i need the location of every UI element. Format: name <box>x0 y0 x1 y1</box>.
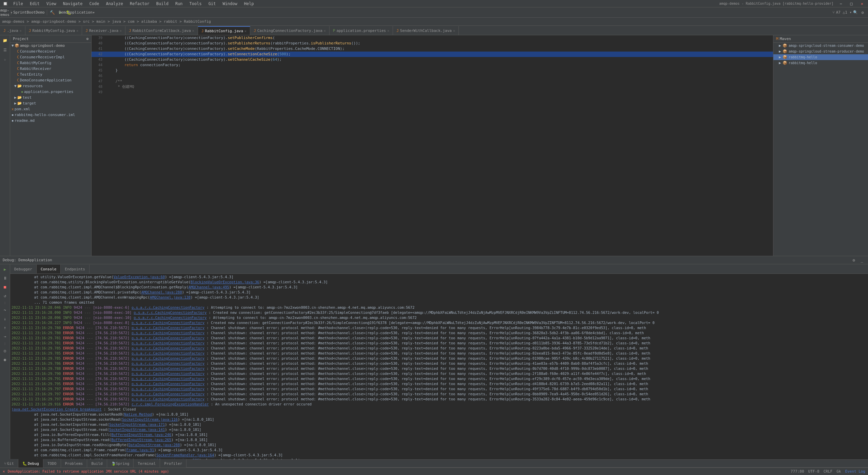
log-e8-class[interactable]: o.s.a.r.c.CachingConnectionFactory <box>132 361 204 366</box>
menu-window[interactable]: Window <box>221 1 238 7</box>
tree-item-consumer[interactable]: C ConsumerReceiver <box>10 49 91 54</box>
menu-file[interactable]: File <box>12 1 24 7</box>
menu-navigate[interactable]: Navigate <box>62 1 84 7</box>
tree-item-pom[interactable]: x pom.xml <box>10 106 91 112</box>
log-e4-class[interactable]: o.s.a.r.c.CachingConnectionFactory <box>132 341 204 346</box>
bottom-tab-git[interactable]: ⑂ Git <box>0 459 18 468</box>
tab-recv-close[interactable]: ✕ <box>120 29 122 33</box>
log-e1-class[interactable]: o.s.a.r.c.CachingConnectionFactory <box>132 325 204 330</box>
menu-refactor[interactable]: Refactor <box>129 1 151 7</box>
toolbar-project-dropdown[interactable]: amqp-demos ▾ <box>2 9 9 16</box>
debug-settings-icon[interactable]: ⚙ <box>850 257 857 264</box>
window-minimize[interactable]: − <box>837 1 844 6</box>
search-icon[interactable]: 🔍 <box>853 10 858 15</box>
tree-item-demo-consumer[interactable]: C DemoConsumerApplication <box>10 77 91 83</box>
tree-item-app-props[interactable]: ▪ application.properties <box>10 89 91 95</box>
window-close[interactable]: ✕ <box>859 1 865 6</box>
maven-item-hello-1[interactable]: ▶ 📦 rabbitmq-hello <box>773 54 868 60</box>
log-e14-class[interactable]: o.s.a.r.c.CachingConnectionFactory <box>132 392 204 397</box>
tab-cache-close[interactable]: ✕ <box>324 29 326 33</box>
tab-rcon-close[interactable]: ✕ <box>244 29 246 33</box>
stack-link-1[interactable]: ValueOrException.java:60 <box>113 274 165 280</box>
stop-icon[interactable]: ■ <box>1 283 9 291</box>
maven-item-consumer[interactable]: ▶ 📦 amqp-springcloud-stream-consumer-dem… <box>773 43 868 49</box>
menu-tools[interactable]: Tools <box>188 1 203 7</box>
code-content[interactable]: 39 ((CachingConnectionFactory)connection… <box>92 35 773 256</box>
tab-props-close[interactable]: ✕ <box>387 29 389 33</box>
log-e5-class[interactable]: o.s.a.r.c.CachingConnectionFactory <box>132 346 204 351</box>
tab-rabbit-my-config[interactable]: J RabbitMyConfig.java ✕ <box>25 26 82 35</box>
sock-link-4[interactable]: SocketInputStream.java:141 <box>109 427 165 432</box>
sock-link-6[interactable]: BufferedInputStream.java:265 <box>111 437 171 442</box>
stack-link-5[interactable]: AMQChannel.java:138 <box>150 295 191 300</box>
tab-rmc-close[interactable]: ✕ <box>76 29 78 33</box>
log-e11-class[interactable]: o.s.a.r.c.CachingConnectionFactory <box>132 376 204 381</box>
structure-icon[interactable]: ☰ <box>1 46 9 54</box>
resume-icon[interactable]: ▶ <box>1 266 9 273</box>
log-e2-class[interactable]: o.s.a.r.c.CachingConnectionFactory <box>132 330 204 336</box>
log-1-class[interactable]: o.s.a.r.c.CachingConnectionFactory <box>132 305 204 310</box>
log-4-class[interactable]: o.s.a.r.c.CachingConnectionFactory <box>132 320 204 325</box>
project-icon[interactable]: 📁 <box>1 37 9 44</box>
window-maximize[interactable]: □ <box>848 1 855 6</box>
menu-analyze[interactable]: Analyze <box>104 1 124 7</box>
menu-build[interactable]: Build <box>155 1 170 7</box>
menu-run[interactable]: Run <box>174 1 184 7</box>
favorites-icon[interactable]: ☆ <box>1 56 9 63</box>
step-over-icon[interactable]: ↷ <box>1 306 9 314</box>
tree-item-module[interactable]: ▼ 📦 amqp-springboot-demo <box>10 43 91 49</box>
tab-rc-close[interactable]: ✕ <box>192 29 194 33</box>
step-into-icon[interactable]: ↓ <box>1 315 9 323</box>
debug-tab-console[interactable]: Console <box>37 265 61 273</box>
log-e9-class[interactable]: o.s.a.r.c.CachingConnectionFactory <box>132 366 204 371</box>
log-e15-class[interactable]: o.s.a.r.c.CachingConnectionFactory <box>132 397 204 402</box>
debug-console[interactable]: at utility.ValueOrException.getValue(Val… <box>10 274 868 459</box>
create-breakpoint-link[interactable]: Create breakpoint <box>63 407 102 412</box>
socket-exception-link[interactable]: java.net.SocketException <box>12 407 63 412</box>
log-e16-class[interactable]: c.r.c.impl.ForgivingExceptionHandler <box>132 402 209 407</box>
tree-item-consumer-impl[interactable]: C ConsumerReceiverImpl <box>10 54 91 60</box>
bottom-tab-build[interactable]: Build <box>87 459 107 468</box>
view-breakpoints-icon[interactable]: ◎ <box>1 347 9 355</box>
build-btn[interactable]: 🔨 <box>49 9 56 16</box>
bottom-tab-problems[interactable]: Problems <box>61 459 87 468</box>
tab-java[interactable]: J .java ✕ <box>0 26 25 35</box>
debug-minimize-icon[interactable]: _ <box>859 257 865 264</box>
log-3-class[interactable]: o.s.a.r.c.CachingConnectionFactory <box>134 315 206 320</box>
maven-item-hello-2[interactable]: ▶ 📦 rabbitmq-hello <box>773 60 868 66</box>
tree-item-target[interactable]: ▶ 📂 target <box>10 100 91 106</box>
log-e12-class[interactable]: o.s.a.r.c.CachingConnectionFactory <box>132 381 204 386</box>
tree-item-rabbit-recv[interactable]: C RabbitReceiver <box>10 66 91 72</box>
debug-tab-endpoints[interactable]: Endpoints <box>61 265 90 273</box>
menu-edit[interactable]: Edit <box>28 1 41 7</box>
run-config-dropdown[interactable]: DemoApplication ▾ <box>74 9 80 16</box>
sock-link-5[interactable]: BufferedInputStream.java:246 <box>111 432 171 437</box>
settings-icon[interactable]: ⚙ <box>859 9 866 16</box>
sock-link-3[interactable]: SocketInputStream.java:171 <box>109 422 165 427</box>
event-log-link[interactable]: Event Log <box>845 469 865 474</box>
step-out-icon[interactable]: ↑ <box>1 324 9 331</box>
bottom-tab-terminal[interactable]: Terminal <box>134 459 160 468</box>
tab-rabbit-confirm[interactable]: J RabbitConfirmCallback.java ✕ <box>125 26 198 35</box>
debug-tab-debugger[interactable]: Debugger <box>10 265 37 273</box>
bottom-tab-spring[interactable]: 🍃 Spring <box>107 459 134 468</box>
menu-git[interactable]: Git <box>207 1 217 7</box>
tree-item-test[interactable]: ▶ 📂 test <box>10 95 91 100</box>
sock-link-8[interactable]: Frame.java:91 <box>126 448 154 453</box>
menu-code[interactable]: Code <box>88 1 101 7</box>
mute-breakpoints-icon[interactable]: ◉ <box>1 356 9 363</box>
menu-view[interactable]: View <box>45 1 58 7</box>
tab-receiver[interactable]: J Receiver.java ✕ <box>82 26 125 35</box>
stack-link-4[interactable]: AMQChannel.java:288 <box>141 290 182 295</box>
log-e13-class[interactable]: o.s.a.r.c.CachingConnectionFactory <box>132 386 204 392</box>
tree-item-test-entity[interactable]: C TestEntity <box>10 72 91 77</box>
tab-app-props[interactable]: P application.properties ✕ <box>330 26 393 35</box>
tab-caching[interactable]: J CachingConnectionFactory.java ✕ <box>250 26 330 35</box>
sock-link-9[interactable]: SocketFrameHandler.java:164 <box>156 453 214 458</box>
tree-item-resources[interactable]: ▼ 📂 resources <box>10 83 91 89</box>
project-settings-icon[interactable]: ⚙ <box>86 37 88 41</box>
stack-link-3[interactable]: AMQChannel.java:495 <box>189 285 229 290</box>
bottom-tab-profiler[interactable]: Profiler <box>160 459 186 468</box>
tab-sender-close[interactable]: ✕ <box>453 29 455 33</box>
restart-icon[interactable]: ↺ <box>1 292 9 300</box>
